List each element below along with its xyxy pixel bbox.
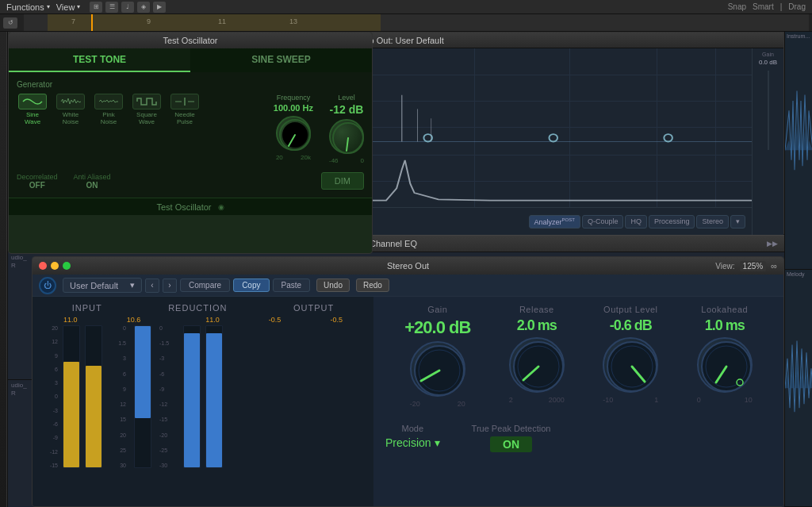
comp-preset-select[interactable]: User Default ▾ (63, 278, 142, 293)
meter-scale-right: 0 -1.5 -3 -6 -9 -12 -15 -20 -25 -30 (159, 325, 175, 468)
comp-tpd-value[interactable]: ON (490, 436, 532, 452)
functions-menu[interactable]: Functions ▾ (6, 2, 50, 12)
comp-compare-button[interactable]: Compare (180, 278, 230, 292)
osc-level-knob[interactable] (329, 119, 364, 154)
osc-wave-needle[interactable]: NeedlePulse (169, 94, 201, 125)
osc-knob-row: Frequency 100.00 Hz (274, 94, 364, 164)
center-area: Stereo Out: User Default 0 10 20 30 40 5… (8, 32, 784, 507)
comp-nav-prev[interactable]: ‹ (145, 278, 159, 293)
osc-generator-label: Generator (17, 80, 364, 89)
right-track-1-wave (785, 32, 812, 269)
osc-tab-sinesweep[interactable]: SINE SWEEP (190, 48, 372, 72)
osc-freq-knob-group: Frequency 100.00 Hz (274, 94, 313, 164)
osc-level-label: Level (338, 94, 355, 102)
eq-tab-hq[interactable]: HQ (625, 215, 647, 229)
comp-nav-next[interactable]: › (163, 278, 177, 293)
osc-window: Test Oscillator TEST TONE SINE SWEEP Gen… (8, 32, 373, 254)
grid-icon[interactable]: ⊞ (90, 2, 102, 13)
osc-freq-range: 20 20k (276, 154, 311, 161)
osc-freq-knob[interactable] (276, 116, 311, 151)
comp-right-controls: View: 125% ∞ (715, 261, 777, 271)
comp-undo-button[interactable]: Undo (316, 278, 350, 292)
comp-lookahead-knob[interactable] (697, 337, 753, 393)
osc-freq-value: 100.00 Hz (274, 103, 313, 113)
comp-bottom-row: Mode Precision ▾ True Peak Detection ON (385, 424, 772, 452)
output-header: OUTPUT (293, 303, 334, 313)
track-list (0, 32, 8, 507)
list-icon[interactable]: ☰ (105, 2, 118, 13)
osc-body: Generator SineWave (9, 72, 372, 198)
eq-gain-label: Gain (762, 52, 774, 57)
eq-tab-qcouple[interactable]: Q-Couple (582, 215, 624, 229)
comp-copy-button[interactable]: Copy (233, 278, 269, 292)
comp-power-button[interactable]: ⏻ (39, 277, 56, 294)
osc-level-range: -46 0 (329, 157, 364, 164)
osc-tab-testtone[interactable]: TEST TONE (9, 48, 190, 72)
comp-tpd-group: True Peak Detection ON (472, 424, 551, 452)
close-button[interactable] (39, 262, 47, 270)
eq-tab-processing[interactable]: Processing (649, 215, 695, 229)
comp-right-panel: Gain +20.0 dB - (373, 297, 783, 506)
comp-redo-button[interactable]: Redo (356, 278, 389, 292)
output-db-2: -0.5 (330, 316, 343, 324)
svg-line-17 (347, 138, 348, 151)
right-track-1-label: Instrum... (787, 33, 810, 39)
osc-wave-white[interactable]: WhiteNoise (55, 94, 86, 125)
meter-scale-left: 20 12 9 6 3 0 -3 -6 -9 -12 -15 (42, 325, 58, 468)
minimize-button[interactable] (51, 262, 59, 270)
cycle-icon[interactable]: ↺ (3, 17, 17, 29)
audio-icon[interactable]: ▶ (153, 2, 166, 13)
osc-dim-button[interactable]: DIM (321, 172, 364, 190)
osc-antialias-value[interactable]: ON (86, 181, 98, 190)
output-bar-2-fill (206, 333, 222, 467)
comp-knobs-row: Gain +20.0 dB - (385, 305, 772, 408)
osc-wave-sine[interactable]: SineWave (17, 94, 48, 125)
eq-gain-value: 0.0 dB (759, 59, 777, 66)
comp-output-label: Output Level (603, 305, 657, 314)
ruler-bar: ↺ 7 9 11 13 (0, 14, 812, 32)
ruler-area[interactable]: 7 9 11 13 (24, 14, 809, 31)
comp-release-group: Release 2.0 ms (509, 305, 565, 408)
comp-lookahead-value: 1.0 ms (705, 317, 745, 334)
osc-white-icon (56, 94, 85, 109)
input-bar-2-fill (86, 366, 102, 467)
osc-level-value: -12 dB (330, 103, 364, 116)
input-header: INPUT (72, 303, 102, 313)
reduction-db: 11.0 (205, 316, 220, 324)
comp-paste-button[interactable]: Paste (273, 278, 311, 292)
comp-release-knob[interactable] (509, 337, 565, 393)
comp-lookahead-group: Lookahead 1.0 ms (697, 305, 753, 408)
ruler-controls: ↺ (3, 17, 17, 29)
comp-link-icon[interactable]: ∞ (771, 261, 777, 271)
comp-gain-knob[interactable] (410, 341, 465, 397)
view-menu[interactable]: View ▾ (56, 2, 81, 12)
maximize-button[interactable] (63, 262, 71, 270)
eq-tab-stereo[interactable]: Stereo (696, 215, 729, 229)
input-db-1: 11.0 (63, 316, 78, 324)
comp-view-value[interactable]: 125% (740, 261, 767, 271)
osc-waveforms: SineWave WhiteNoise (17, 94, 201, 156)
piano-icon[interactable]: ♩ (121, 2, 134, 13)
comp-gain-range: -20 20 (410, 400, 465, 408)
osc-needle-icon (170, 94, 199, 109)
osc-wave-pink[interactable]: PinkNoise (93, 94, 124, 125)
osc-wave-square[interactable]: SquareWave (131, 94, 163, 125)
comp-output-range: -10 1 (603, 396, 658, 404)
comp-body: INPUT REDUCTION OUTPUT 11.0 10.6 11.0 -0… (33, 297, 783, 506)
comp-output-knob[interactable] (603, 337, 658, 393)
comp-mode-value[interactable]: Precision ▾ (385, 436, 440, 449)
meter-db-labels: 11.0 10.6 11.0 -0.5 -0.5 (39, 316, 367, 324)
right-track-1: Instrum... (785, 32, 812, 270)
midi-icon[interactable]: ◈ (137, 2, 150, 13)
comp-window-title: Stereo Out (387, 261, 429, 271)
osc-title-bar: Test Oscillator (9, 33, 372, 48)
meter-bars: 20 12 9 6 3 0 -3 -6 -9 -12 -15 (39, 325, 367, 468)
input-meter-1 (63, 325, 80, 468)
main-layout: Stereo Out: User Default 0 10 20 30 40 5… (0, 32, 812, 507)
eq-tab-extra[interactable]: ▾ (730, 215, 745, 229)
osc-decorrelated-value[interactable]: OFF (29, 181, 45, 190)
comp-mode-label: Mode (402, 424, 424, 433)
eq-tab-analyzer[interactable]: AnalyzerPOST (529, 215, 580, 229)
view-arrow: ▾ (77, 3, 80, 10)
eq-right-panel: Gain 0.0 dB (752, 48, 783, 235)
